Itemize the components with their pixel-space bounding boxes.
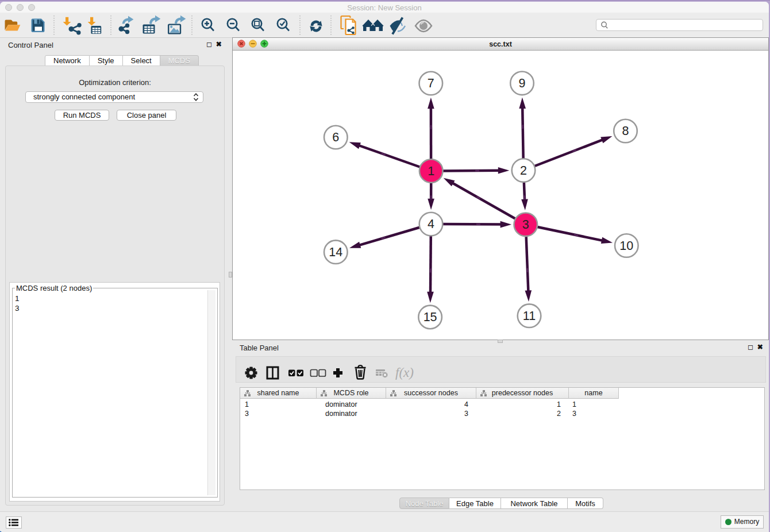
svg-text:2: 2 xyxy=(520,164,527,178)
svg-text:14: 14 xyxy=(329,245,342,259)
svg-text:4: 4 xyxy=(428,217,434,231)
svg-text:9: 9 xyxy=(519,76,526,90)
svg-text:11: 11 xyxy=(523,309,536,323)
svg-text:15: 15 xyxy=(424,310,437,324)
svg-text:1: 1 xyxy=(428,164,434,178)
svg-text:7: 7 xyxy=(428,76,434,90)
svg-text:f(x): f(x) xyxy=(395,365,414,380)
svg-text:6: 6 xyxy=(332,130,339,144)
svg-text:10: 10 xyxy=(619,239,633,253)
svg-text:8: 8 xyxy=(622,124,629,138)
svg-text:3: 3 xyxy=(522,218,529,232)
